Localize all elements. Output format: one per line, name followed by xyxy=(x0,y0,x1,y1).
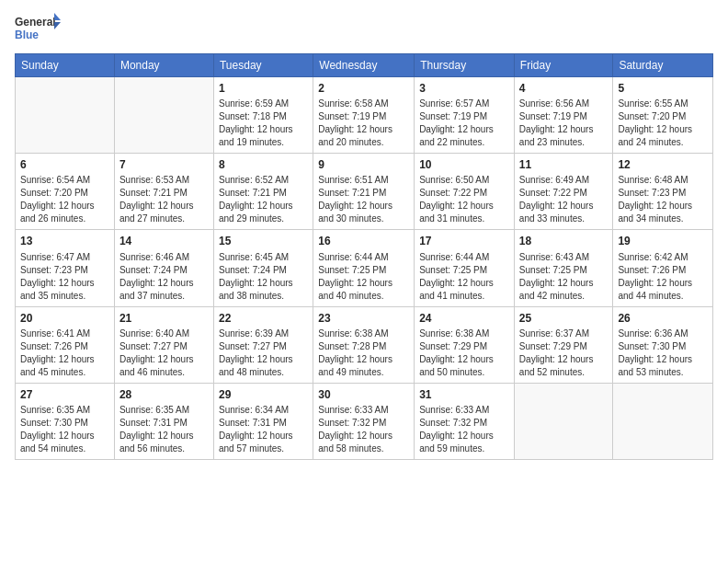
day-number: 15 xyxy=(219,234,308,248)
col-header-wednesday: Wednesday xyxy=(313,54,415,77)
day-info: Sunrise: 6:58 AM Sunset: 7:19 PM Dayligh… xyxy=(318,98,409,149)
svg-text:Blue: Blue xyxy=(15,29,39,41)
day-number: 31 xyxy=(419,387,509,402)
calendar-cell: 15Sunrise: 6:45 AM Sunset: 7:24 PM Dayli… xyxy=(213,230,313,306)
calendar-cell: 4Sunrise: 6:56 AM Sunset: 7:19 PM Daylig… xyxy=(514,77,613,154)
day-number: 19 xyxy=(618,234,708,248)
day-number: 26 xyxy=(618,311,708,326)
col-header-sunday: Sunday xyxy=(16,54,115,77)
day-number: 16 xyxy=(318,234,409,248)
calendar-cell: 10Sunrise: 6:50 AM Sunset: 7:22 PM Dayli… xyxy=(415,154,515,230)
day-number: 29 xyxy=(219,387,308,402)
day-info: Sunrise: 6:38 AM Sunset: 7:29 PM Dayligh… xyxy=(419,327,509,379)
calendar-cell: 16Sunrise: 6:44 AM Sunset: 7:25 PM Dayli… xyxy=(313,230,415,306)
col-header-thursday: Thursday xyxy=(415,54,515,77)
day-number: 4 xyxy=(519,81,609,96)
week-row-3: 13Sunrise: 6:47 AM Sunset: 7:23 PM Dayli… xyxy=(16,230,713,306)
col-header-tuesday: Tuesday xyxy=(213,54,313,77)
day-info: Sunrise: 6:33 AM Sunset: 7:32 PM Dayligh… xyxy=(318,404,409,455)
calendar-cell: 8Sunrise: 6:52 AM Sunset: 7:21 PM Daylig… xyxy=(213,154,313,230)
calendar-cell: 26Sunrise: 6:36 AM Sunset: 7:30 PM Dayli… xyxy=(613,306,713,383)
calendar-cell: 18Sunrise: 6:43 AM Sunset: 7:25 PM Dayli… xyxy=(514,230,613,306)
day-info: Sunrise: 6:56 AM Sunset: 7:19 PM Dayligh… xyxy=(519,98,609,149)
logo-svg: General Blue xyxy=(15,11,61,46)
week-row-5: 27Sunrise: 6:35 AM Sunset: 7:30 PM Dayli… xyxy=(16,383,713,459)
day-info: Sunrise: 6:35 AM Sunset: 7:30 PM Dayligh… xyxy=(20,404,109,455)
day-number: 1 xyxy=(219,81,308,96)
week-row-4: 20Sunrise: 6:41 AM Sunset: 7:26 PM Dayli… xyxy=(16,306,713,383)
calendar-cell: 3Sunrise: 6:57 AM Sunset: 7:19 PM Daylig… xyxy=(415,77,515,154)
header: General Blue xyxy=(15,11,713,46)
calendar-cell: 12Sunrise: 6:48 AM Sunset: 7:23 PM Dayli… xyxy=(613,154,713,230)
calendar-cell xyxy=(16,77,115,154)
day-number: 8 xyxy=(219,157,308,172)
day-info: Sunrise: 6:49 AM Sunset: 7:22 PM Dayligh… xyxy=(519,174,609,225)
day-info: Sunrise: 6:48 AM Sunset: 7:23 PM Dayligh… xyxy=(618,174,708,225)
calendar-cell xyxy=(613,383,713,459)
day-info: Sunrise: 6:39 AM Sunset: 7:27 PM Dayligh… xyxy=(219,327,308,379)
calendar-cell: 1Sunrise: 6:59 AM Sunset: 7:18 PM Daylig… xyxy=(213,77,313,154)
day-info: Sunrise: 6:44 AM Sunset: 7:25 PM Dayligh… xyxy=(419,251,509,303)
day-info: Sunrise: 6:47 AM Sunset: 7:23 PM Dayligh… xyxy=(20,251,109,303)
calendar-cell: 24Sunrise: 6:38 AM Sunset: 7:29 PM Dayli… xyxy=(415,306,515,383)
calendar-cell: 2Sunrise: 6:58 AM Sunset: 7:19 PM Daylig… xyxy=(313,77,415,154)
day-info: Sunrise: 6:50 AM Sunset: 7:22 PM Dayligh… xyxy=(419,174,509,225)
calendar-header-row: SundayMondayTuesdayWednesdayThursdayFrid… xyxy=(16,54,713,77)
day-info: Sunrise: 6:35 AM Sunset: 7:31 PM Dayligh… xyxy=(119,404,209,455)
day-number: 22 xyxy=(219,311,308,326)
day-info: Sunrise: 6:57 AM Sunset: 7:19 PM Dayligh… xyxy=(419,98,509,149)
calendar-cell: 27Sunrise: 6:35 AM Sunset: 7:30 PM Dayli… xyxy=(16,383,115,459)
day-info: Sunrise: 6:44 AM Sunset: 7:25 PM Dayligh… xyxy=(318,251,409,303)
calendar-cell xyxy=(114,77,213,154)
calendar-cell: 25Sunrise: 6:37 AM Sunset: 7:29 PM Dayli… xyxy=(514,306,613,383)
day-number: 21 xyxy=(119,311,209,326)
day-info: Sunrise: 6:55 AM Sunset: 7:20 PM Dayligh… xyxy=(618,98,708,149)
calendar-cell: 30Sunrise: 6:33 AM Sunset: 7:32 PM Dayli… xyxy=(313,383,415,459)
day-info: Sunrise: 6:33 AM Sunset: 7:32 PM Dayligh… xyxy=(419,404,509,455)
day-number: 28 xyxy=(119,387,209,402)
day-info: Sunrise: 6:45 AM Sunset: 7:24 PM Dayligh… xyxy=(219,251,308,303)
day-number: 5 xyxy=(618,81,708,96)
day-number: 12 xyxy=(618,157,708,172)
day-number: 23 xyxy=(318,311,409,326)
calendar-cell: 23Sunrise: 6:38 AM Sunset: 7:28 PM Dayli… xyxy=(313,306,415,383)
day-number: 9 xyxy=(318,157,409,172)
calendar-table: SundayMondayTuesdayWednesdayThursdayFrid… xyxy=(15,53,713,460)
calendar-cell: 28Sunrise: 6:35 AM Sunset: 7:31 PM Dayli… xyxy=(114,383,213,459)
calendar-cell: 17Sunrise: 6:44 AM Sunset: 7:25 PM Dayli… xyxy=(415,230,515,306)
day-info: Sunrise: 6:41 AM Sunset: 7:26 PM Dayligh… xyxy=(20,327,109,379)
day-number: 2 xyxy=(318,81,409,96)
day-info: Sunrise: 6:52 AM Sunset: 7:21 PM Dayligh… xyxy=(219,174,308,225)
calendar-cell: 31Sunrise: 6:33 AM Sunset: 7:32 PM Dayli… xyxy=(415,383,515,459)
day-number: 10 xyxy=(419,157,509,172)
day-info: Sunrise: 6:53 AM Sunset: 7:21 PM Dayligh… xyxy=(119,174,209,225)
calendar-cell: 7Sunrise: 6:53 AM Sunset: 7:21 PM Daylig… xyxy=(114,154,213,230)
day-info: Sunrise: 6:46 AM Sunset: 7:24 PM Dayligh… xyxy=(119,251,209,303)
calendar-cell: 6Sunrise: 6:54 AM Sunset: 7:20 PM Daylig… xyxy=(16,154,115,230)
day-info: Sunrise: 6:36 AM Sunset: 7:30 PM Dayligh… xyxy=(618,327,708,379)
day-number: 7 xyxy=(119,157,209,172)
col-header-friday: Friday xyxy=(514,54,613,77)
day-number: 14 xyxy=(119,234,209,248)
day-number: 27 xyxy=(20,387,109,402)
calendar-cell: 21Sunrise: 6:40 AM Sunset: 7:27 PM Dayli… xyxy=(114,306,213,383)
col-header-saturday: Saturday xyxy=(613,54,713,77)
day-number: 20 xyxy=(20,311,109,326)
day-number: 17 xyxy=(419,234,509,248)
calendar-cell: 20Sunrise: 6:41 AM Sunset: 7:26 PM Dayli… xyxy=(16,306,115,383)
day-number: 13 xyxy=(20,234,109,248)
calendar-cell: 14Sunrise: 6:46 AM Sunset: 7:24 PM Dayli… xyxy=(114,230,213,306)
day-info: Sunrise: 6:43 AM Sunset: 7:25 PM Dayligh… xyxy=(519,251,609,303)
week-row-1: 1Sunrise: 6:59 AM Sunset: 7:18 PM Daylig… xyxy=(16,77,713,154)
calendar-cell: 13Sunrise: 6:47 AM Sunset: 7:23 PM Dayli… xyxy=(16,230,115,306)
day-info: Sunrise: 6:40 AM Sunset: 7:27 PM Dayligh… xyxy=(119,327,209,379)
calendar-cell: 9Sunrise: 6:51 AM Sunset: 7:21 PM Daylig… xyxy=(313,154,415,230)
day-info: Sunrise: 6:59 AM Sunset: 7:18 PM Dayligh… xyxy=(219,98,308,149)
calendar-cell: 11Sunrise: 6:49 AM Sunset: 7:22 PM Dayli… xyxy=(514,154,613,230)
calendar-cell: 19Sunrise: 6:42 AM Sunset: 7:26 PM Dayli… xyxy=(613,230,713,306)
day-number: 30 xyxy=(318,387,409,402)
day-number: 18 xyxy=(519,234,609,248)
day-number: 25 xyxy=(519,311,609,326)
day-number: 11 xyxy=(519,157,609,172)
day-number: 6 xyxy=(20,157,109,172)
